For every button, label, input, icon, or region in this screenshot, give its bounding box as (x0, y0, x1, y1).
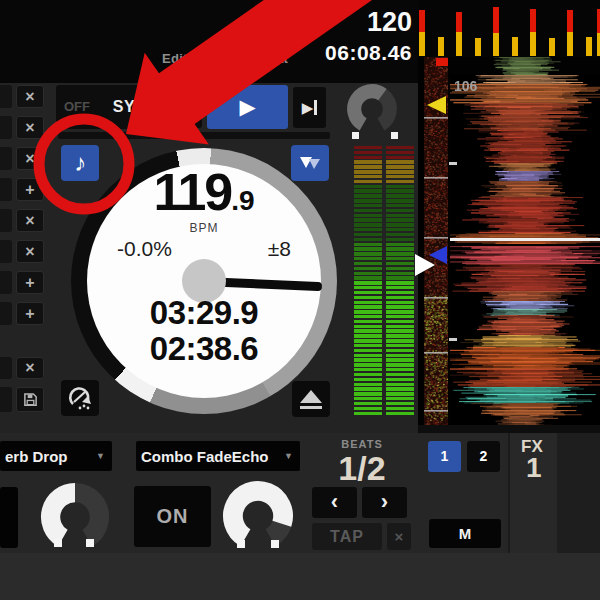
meter-segment (386, 146, 414, 149)
cue-add-button[interactable]: + (16, 271, 44, 294)
keylock-note-button[interactable]: ♪ (61, 145, 99, 181)
cue-add-button[interactable]: + (16, 302, 44, 325)
fx-right-gap (557, 433, 600, 553)
meter-segment (386, 325, 414, 328)
tap-clear-button[interactable]: × (387, 523, 411, 550)
meter-segment (386, 334, 414, 337)
meter-segment (386, 383, 414, 386)
beat-bar-yellow (456, 32, 462, 56)
waveform-bottom-gap (418, 425, 600, 433)
eject-icon (300, 390, 322, 403)
meter-segment (386, 272, 414, 275)
cue-slot-partial (0, 85, 12, 108)
tempo-strip (58, 132, 330, 139)
sync-button[interactable]: SYNC (96, 86, 176, 128)
cue-delete-button[interactable]: × (16, 85, 44, 108)
beats-double-button[interactable]: › (362, 487, 407, 518)
meter-segment (354, 146, 382, 149)
beat-bar-red (567, 10, 573, 32)
meter-segment (354, 397, 382, 400)
meter-segment (386, 354, 414, 357)
meter-segment (354, 291, 382, 294)
cue-delete-button[interactable]: × (16, 209, 44, 232)
pitch-percent: -0.0% (117, 237, 172, 261)
cue-marker-yellow (427, 96, 446, 114)
meter-segment (386, 363, 414, 366)
meter-segment (386, 189, 414, 192)
fx-bank2-button[interactable]: 2 (467, 441, 500, 472)
loop-slot-partial (0, 357, 12, 379)
beat-bar-yellow (438, 37, 444, 56)
meter-segment (386, 407, 414, 410)
next-track-button[interactable]: ▶ (293, 87, 326, 128)
meter-segment (386, 175, 414, 178)
beat-bar-red (493, 7, 499, 33)
meter-segment (386, 243, 414, 246)
cue-add-button[interactable]: + (16, 178, 44, 201)
waveform-tick (449, 162, 457, 165)
meter-segment (354, 387, 382, 390)
meter-segment (354, 286, 382, 289)
playhead-marker (415, 254, 435, 276)
eject-icon-bar (300, 406, 322, 409)
meter-segment (386, 286, 414, 289)
meter-segment (386, 349, 414, 352)
track-time-readout: 06:08.46 (300, 41, 412, 65)
meter-segment (354, 262, 382, 265)
meter-segment (386, 402, 414, 405)
cue-slot-partial (0, 116, 12, 139)
main-waveform[interactable] (450, 57, 600, 425)
meter-segment (354, 199, 382, 202)
beat-drop-button[interactable] (291, 145, 329, 181)
deck-gain-knob[interactable] (344, 82, 400, 136)
beat-bar-yellow (512, 37, 518, 56)
save-loop-button[interactable] (16, 387, 44, 412)
meter-segment (354, 310, 382, 313)
meter-segment (354, 305, 382, 308)
fx-param1-knob[interactable] (38, 480, 112, 554)
cue-slot-partial (0, 147, 12, 170)
meter-segment (386, 368, 414, 371)
beatgrid-slip-button[interactable] (61, 380, 99, 416)
bpm-caption: BPM (104, 221, 304, 235)
meter-segment (354, 247, 382, 250)
meter-segment (354, 204, 382, 207)
sync-off-button[interactable]: OFF (59, 91, 95, 122)
fx-bank1-button[interactable]: 1 (428, 441, 461, 472)
meter-segment (354, 276, 382, 279)
play-button[interactable]: ▶ (207, 85, 288, 129)
fx-param2-knob[interactable] (220, 478, 296, 554)
pitch-range: ±8 (268, 237, 291, 261)
fx-slot2-dropdown[interactable]: Combo FadeEcho ▼ (136, 441, 300, 471)
tap-tempo-button[interactable]: TAP (312, 523, 382, 550)
loop-close-button[interactable]: × (16, 357, 44, 379)
meter-segment (354, 315, 382, 318)
cue-delete-button[interactable]: × (16, 147, 44, 170)
fx-edge-button-partial[interactable] (0, 487, 18, 548)
meter-segment (386, 257, 414, 260)
edit-grid-button[interactable]: Edit Grid (162, 51, 220, 66)
meter-segment (386, 228, 414, 231)
fx-on-button[interactable]: ON (134, 486, 211, 547)
cue-delete-button[interactable]: × (16, 240, 44, 263)
meter-segment (386, 392, 414, 395)
beat-bar-yellow (530, 32, 536, 56)
meter-segment (386, 276, 414, 279)
beats-halve-button[interactable]: ‹ (312, 487, 357, 518)
meter-segment (354, 218, 382, 221)
eject-button[interactable] (292, 381, 330, 417)
fx-slot2-name: Combo FadeEcho (136, 448, 269, 465)
meter-segment (386, 310, 414, 313)
fx-mute-button[interactable]: M (429, 519, 501, 548)
knob-max-mark (271, 540, 279, 548)
knob-min-mark (352, 132, 359, 139)
meter-segment (386, 247, 414, 250)
cue-delete-button[interactable]: × (16, 116, 44, 139)
knob-min-mark (237, 540, 245, 548)
previous-track-button[interactable]: ◀ (168, 87, 202, 128)
fx-slot1-dropdown[interactable]: erb Drop ▼ (0, 441, 112, 471)
repeat-button[interactable]: Repeat (243, 51, 288, 66)
knob-max-mark (391, 132, 398, 139)
meter-segment (354, 243, 382, 246)
beat-bar-yellow (549, 38, 555, 56)
